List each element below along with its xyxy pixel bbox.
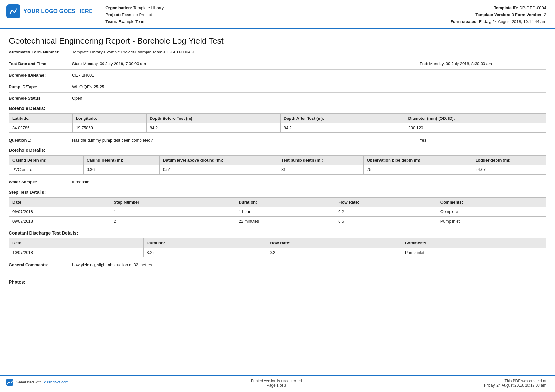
constant-discharge-heading: Constant Discharge Test Details: [9, 230, 546, 236]
general-comments-label: General Comments: [9, 262, 72, 268]
photos-heading: Photos: [9, 279, 546, 285]
bh2-col-pump-depth: Test pump depth (m): [278, 156, 364, 165]
borehole-details-1-header-row: Latitude: Longitude: Depth Before Test (… [9, 113, 546, 123]
automated-form-label: Automated Form Number [9, 49, 72, 55]
st-col-step: Step Number: [110, 197, 235, 207]
form-created-value: Friday, 24 August 2018, 10:14:44 am [479, 19, 546, 24]
form-version-label: Form Version: [515, 12, 543, 17]
project-value: Example Project [122, 12, 152, 17]
cd-header-row: Date: Duration: Flow Rate: Comments: [9, 238, 546, 248]
org-row: Organisation: Template Library [105, 4, 439, 11]
team-label: Team: [105, 19, 117, 24]
main-content: Geotechnical Engineering Report - Boreho… [0, 29, 555, 293]
template-version-label: Template Version: [475, 12, 510, 17]
header-center: Organisation: Template Library Project: … [93, 4, 439, 25]
table-cell: 200.120 [405, 123, 546, 132]
template-version-value: 3 [512, 12, 514, 17]
table-cell: 84.2 [147, 123, 281, 132]
st-col-comments: Comments: [437, 197, 546, 207]
table-cell: 1 [110, 207, 235, 216]
footer-left: Generated with dashpivot.com [6, 379, 69, 386]
water-sample-row: Water Sample: Inorganic [9, 179, 546, 185]
table-cell: 0.36 [83, 165, 159, 175]
table-cell: 0.2 [266, 248, 402, 257]
divider-2 [9, 69, 546, 70]
constant-discharge-table: Date: Duration: Flow Rate: Comments: 10/… [9, 238, 546, 257]
table-cell: 2 [110, 216, 235, 226]
divider-1 [9, 58, 546, 58]
borehole-id-value: CE - BH001 [72, 73, 546, 77]
st-col-flowrate: Flow Rate: [335, 197, 437, 207]
footer-printed-text: Printed version is uncontrolled [251, 379, 302, 383]
general-comments-value: Low yielding, slight obstruction at 32 m… [72, 262, 546, 267]
page-header: YOUR LOGO GOES HERE Organisation: Templa… [0, 0, 555, 29]
table-row: 34.0978519.7586984.284.2200.120 [9, 123, 546, 132]
test-date-start: Start: Monday, 09 July 2018, 7:00:00 am [72, 61, 420, 66]
table-cell: 10/07/2018 [9, 248, 144, 257]
footer-generated-text: Generated with [16, 380, 41, 384]
form-created-row: Form created: Friday, 24 August 2018, 10… [439, 18, 546, 25]
table-cell: PVC entire [9, 165, 84, 175]
bh1-col-latitude: Latitude: [9, 113, 73, 123]
bh2-col-logger: Logger depth (m): [472, 156, 546, 165]
table-cell: 09/07/2018 [9, 207, 110, 216]
table-cell: 09/07/2018 [9, 216, 110, 226]
step-test-header-row: Date: Step Number: Duration: Flow Rate: … [9, 197, 546, 207]
table-cell: 75 [364, 165, 472, 175]
page-title: Geotechnical Engineering Report - Boreho… [9, 36, 546, 46]
table-cell: 81 [278, 165, 364, 175]
org-value: Template Library [133, 5, 164, 10]
template-id-value: DP-GEO-0004 [519, 5, 546, 10]
bh2-col-datum: Datum level above ground (m): [160, 156, 278, 165]
table-cell: 84.2 [280, 123, 405, 132]
water-sample-value: Inorganic [72, 180, 546, 184]
page-footer: Generated with dashpivot.com Printed ver… [0, 375, 555, 392]
pump-id-label: Pump ID/Type: [9, 84, 72, 90]
footer-logo-icon [6, 379, 13, 386]
bh1-col-longitude: Longitude: [72, 113, 146, 123]
table-row: 09/07/201811 hour0.2Complete [9, 207, 546, 216]
question1-text: Has the dummy pump test been completed? [72, 138, 420, 143]
bh2-col-obs-pipe: Observation pipe depth (m): [364, 156, 472, 165]
table-cell: 0.51 [160, 165, 278, 175]
borehole-details-2-header-row: Casing Depth (m): Casing Height (m): Dat… [9, 156, 546, 165]
question1-row: Question 1: Has the dummy pump test been… [9, 137, 546, 144]
st-col-duration: Duration: [235, 197, 335, 207]
table-cell: 0.5 [335, 216, 437, 226]
bh1-col-depth-after: Depth After Test (m): [280, 113, 405, 123]
table-row: 09/07/2018222 minutes0.5Pump inlet [9, 216, 546, 226]
table-cell: Complete [437, 207, 546, 216]
table-row: 10/07/20183.250.2Pump inlet [9, 248, 546, 257]
general-comments-row: General Comments: Low yielding, slight o… [9, 262, 546, 268]
project-row: Project: Example Project [105, 11, 439, 18]
table-cell: 19.75869 [72, 123, 146, 132]
pump-id-row: Pump ID/Type: WILO QFN 25-25 [9, 84, 546, 90]
header-right: Template ID: DP-GEO-0004 Template Versio… [439, 4, 546, 25]
form-created-label: Form created: [450, 19, 478, 24]
question1-label: Question 1: [9, 137, 72, 144]
bh1-col-depth-before: Depth Before Test (m): [147, 113, 281, 123]
bh2-col-casing-depth: Casing Depth (m): [9, 156, 84, 165]
water-sample-label: Water Sample: [9, 179, 72, 185]
table-cell: 0.2 [335, 207, 437, 216]
footer-link[interactable]: dashpivot.com [44, 380, 68, 384]
question1-answer: Yes [420, 138, 546, 143]
test-date-label: Test Date and Time: [9, 61, 72, 67]
org-label: Organisation: [105, 5, 132, 10]
logo-area: YOUR LOGO GOES HERE [6, 4, 93, 18]
template-id-row: Template ID: DP-GEO-0004 [439, 4, 546, 11]
table-cell: 3.25 [143, 248, 266, 257]
borehole-status-row: Borehole Status: Open [9, 95, 546, 101]
bh2-col-casing-height: Casing Height (m): [83, 156, 159, 165]
logo-icon [6, 4, 20, 18]
borehole-status-label: Borehole Status: [9, 95, 72, 101]
automated-form-value: Template Library-Example Project-Example… [72, 50, 546, 54]
test-date-row: Test Date and Time: Start: Monday, 09 Ju… [9, 61, 546, 67]
cd-col-date: Date: [9, 238, 144, 248]
table-cell: 54.67 [472, 165, 546, 175]
version-row: Template Version: 3 Form Version: 2 [439, 11, 546, 18]
table-cell: Pump inlet [437, 216, 546, 226]
table-cell: 34.09785 [9, 123, 73, 132]
automated-form-row: Automated Form Number Template Library-E… [9, 49, 546, 55]
divider-4 [9, 92, 546, 93]
